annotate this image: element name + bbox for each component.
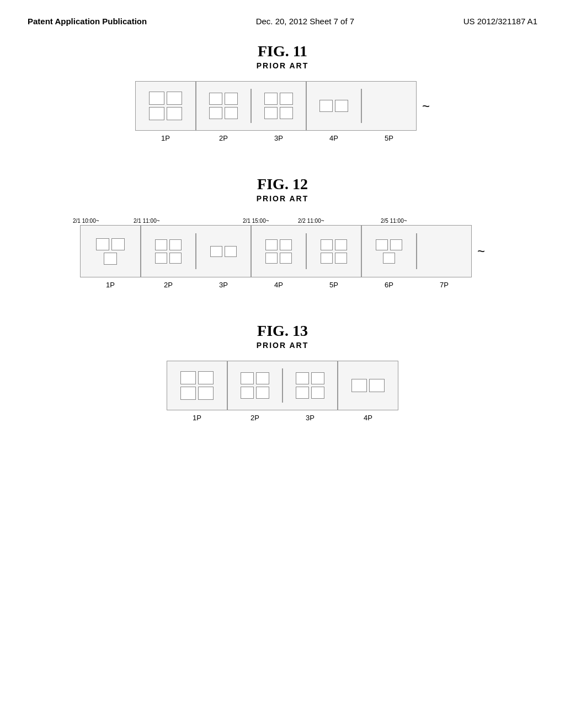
- cell: [390, 239, 402, 250]
- fig12-group-6p7p: 6P 7P: [361, 225, 472, 289]
- fig12-label-5p: 5P: [306, 281, 361, 289]
- fig13-label-1p: 1P: [193, 414, 201, 422]
- cell: [351, 379, 367, 392]
- cell: [280, 107, 293, 119]
- fig13-group-2p3p: 2P 3P: [227, 361, 338, 422]
- cell: [149, 107, 164, 120]
- fig13-label-4p: 4P: [364, 414, 372, 422]
- cell: [256, 387, 269, 399]
- cell: [225, 107, 238, 119]
- cell: [256, 372, 269, 384]
- cell: [209, 93, 222, 105]
- cell: [198, 371, 214, 384]
- cell: [210, 246, 222, 257]
- fig13-group-1p: 1P: [167, 361, 227, 422]
- cell: [104, 253, 117, 265]
- cell: [296, 387, 309, 399]
- fig11-title: FIG. 11: [258, 42, 307, 60]
- cell: [280, 239, 292, 250]
- page-header: Patent Application Publication Dec. 20, …: [0, 0, 565, 31]
- fig13-title: FIG. 13: [257, 322, 308, 340]
- cell: [369, 379, 385, 392]
- cell: [264, 93, 278, 105]
- fig12-title: FIG. 12: [257, 175, 308, 193]
- fig11-group-4p5p: 4P 5P: [306, 81, 417, 142]
- fig12-subtitle: PRIOR ART: [257, 194, 308, 203]
- cell: [383, 253, 395, 264]
- cell: [265, 253, 278, 264]
- fig11-group-2p3p: 2P 3P: [196, 81, 306, 142]
- cell: [241, 372, 254, 384]
- header-center: Dec. 20, 2012 Sheet 7 of 7: [256, 17, 354, 26]
- fig12-group-4p5p: 4P 5P: [251, 225, 361, 289]
- fig13-label-2p: 2P: [227, 414, 282, 422]
- cell: [335, 253, 347, 264]
- cell: [311, 387, 324, 399]
- cell: [155, 253, 167, 264]
- cell: [376, 239, 388, 250]
- fig12-label-1p: 1P: [106, 281, 115, 289]
- cell: [167, 107, 182, 120]
- cell: [280, 253, 292, 264]
- cell: [225, 246, 237, 257]
- cell: [149, 92, 164, 105]
- cell: [264, 107, 278, 119]
- fig11-label-1p: 1P: [161, 134, 170, 142]
- cell: [111, 238, 125, 250]
- cell: [296, 372, 309, 384]
- fig12-group-2p3p: 2P 3P: [141, 225, 251, 289]
- cell: [280, 93, 293, 105]
- figure-12: FIG. 12 PRIOR ART 2/1 10:00~ 2/1 11:00~ …: [33, 175, 532, 289]
- cell: [321, 253, 333, 264]
- cell: [335, 100, 348, 112]
- fig12-tilde: ~: [477, 244, 485, 259]
- header-left: Patent Application Publication: [28, 17, 147, 26]
- fig11-subtitle: PRIOR ART: [257, 61, 308, 70]
- cell: [155, 239, 167, 250]
- cell: [241, 387, 254, 399]
- cell: [198, 387, 214, 400]
- cell: [169, 239, 182, 250]
- fig13-label-3p: 3P: [282, 414, 338, 422]
- figure-11: FIG. 11 PRIOR ART 1P: [33, 42, 532, 142]
- fig12-label-3p: 3P: [196, 281, 251, 289]
- cell: [321, 239, 333, 250]
- cell: [180, 387, 196, 400]
- fig13-subtitle: PRIOR ART: [257, 341, 308, 350]
- cell: [311, 372, 324, 384]
- cell: [225, 93, 238, 105]
- cell: [180, 371, 196, 384]
- fig11-tilde: ~: [422, 99, 430, 114]
- fig11-label-2p: 2P: [196, 134, 251, 142]
- cell: [169, 253, 182, 264]
- fig12-label-7p: 7P: [417, 281, 472, 289]
- cell: [209, 107, 222, 119]
- cell: [265, 239, 278, 250]
- fig11-label-3p: 3P: [251, 134, 306, 142]
- header-right: US 2012/321187 A1: [463, 17, 537, 26]
- main-content: FIG. 11 PRIOR ART 1P: [0, 31, 565, 466]
- fig13-group-4p: 4P: [338, 361, 398, 422]
- cell: [96, 238, 109, 250]
- fig12-label-6p: 6P: [361, 281, 417, 289]
- figure-13: FIG. 13 PRIOR ART 1P: [33, 322, 532, 422]
- fig12-label-2p: 2P: [141, 281, 196, 289]
- cell: [319, 100, 333, 112]
- fig11-label-4p: 4P: [306, 134, 361, 142]
- cell: [335, 239, 347, 250]
- fig11-label-5p: 5P: [361, 134, 417, 142]
- fig11-group-1p: 1P: [135, 81, 196, 142]
- fig12-group-1p: 1P: [80, 225, 141, 289]
- fig12-label-4p: 4P: [251, 281, 306, 289]
- cell: [167, 92, 182, 105]
